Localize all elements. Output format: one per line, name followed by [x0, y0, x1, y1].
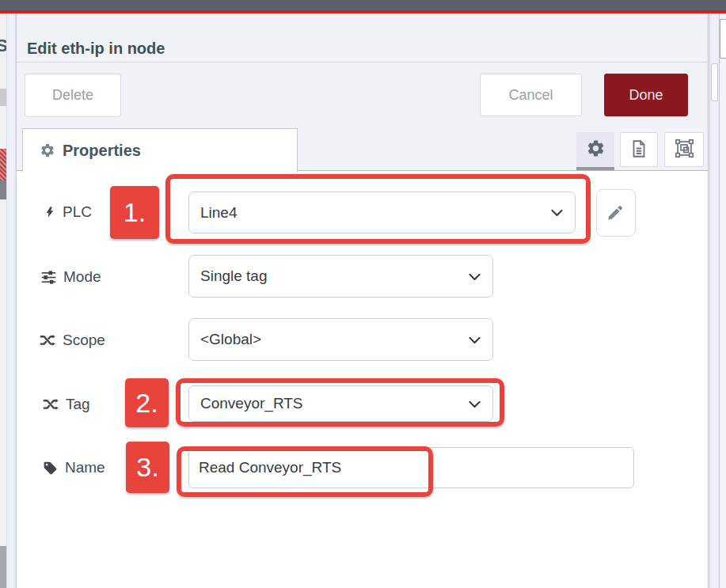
background-fragment — [0, 546, 6, 588]
gear-icon — [586, 138, 606, 161]
annotation-step-1: 1. — [110, 186, 159, 239]
scope-label: Scope — [39, 328, 105, 352]
background-fragment — [720, 19, 726, 59]
scope-select-value: <Global> — [200, 331, 261, 348]
object-group-icon — [674, 138, 695, 161]
edit-plc-config-button[interactable] — [596, 189, 636, 237]
background-page-left-edge: S — [0, 13, 6, 588]
properties-icon-button[interactable] — [576, 132, 614, 167]
background-partial-text: S — [0, 36, 6, 56]
tag-field-label: Tag — [42, 393, 90, 416]
document-icon — [629, 138, 649, 161]
annotation-step-3: 3. — [126, 442, 169, 493]
chevron-down-icon — [549, 204, 565, 221]
dialog-title: Edit eth-ip in node — [27, 40, 165, 58]
background-node-fragment — [0, 149, 6, 180]
scope-label-text: Scope — [63, 332, 105, 349]
active-tab-underline — [576, 167, 614, 170]
tag-label-text: Tag — [66, 396, 90, 413]
tab-properties-label: Properties — [63, 142, 141, 160]
name-label: Name — [42, 456, 105, 480]
shuffle-icon — [39, 332, 56, 349]
mode-label: Mode — [40, 265, 101, 289]
chevron-down-icon — [466, 396, 483, 412]
delete-button[interactable]: Delete — [25, 74, 121, 117]
name-label-text: Name — [65, 459, 105, 476]
header-divider — [17, 62, 708, 63]
annotation-step-2: 2. — [125, 378, 169, 427]
left-scrollbar-track[interactable] — [6, 13, 16, 588]
mode-select-value: Single tag — [200, 267, 268, 285]
chevron-down-icon — [466, 332, 483, 348]
right-scrollbar-thumb[interactable] — [711, 63, 718, 101]
top-gray-bar — [0, 0, 726, 10]
done-button[interactable]: Done — [604, 74, 688, 116]
appearance-icon-button[interactable] — [664, 132, 704, 167]
name-input[interactable] — [188, 447, 634, 488]
edit-node-dialog: Edit eth-ip in node Delete Cancel Done P… — [16, 13, 709, 588]
background-page-right-edge — [720, 13, 726, 588]
tag-select-value: Conveyor_RTS — [200, 395, 303, 412]
plc-select-value: Line4 — [200, 204, 238, 222]
shuffle-icon — [42, 396, 59, 413]
tag-icon — [42, 460, 59, 476]
plc-label-text: PLC — [63, 203, 92, 221]
chevron-down-icon — [466, 268, 483, 285]
sliders-icon — [40, 269, 57, 286]
tag-select[interactable]: Conveyor_RTS — [188, 385, 493, 422]
background-fragment — [0, 89, 6, 106]
tab-properties[interactable]: Properties — [22, 128, 298, 172]
description-icon-button[interactable] — [620, 132, 658, 167]
plc-label: PLC — [44, 200, 92, 224]
plc-select[interactable]: Line4 — [188, 192, 576, 233]
background-fragment — [0, 180, 6, 199]
pencil-icon — [606, 203, 625, 224]
cancel-button[interactable]: Cancel — [480, 74, 582, 116]
mode-label-text: Mode — [63, 268, 101, 286]
gear-icon — [40, 142, 55, 158]
bolt-icon — [44, 203, 56, 221]
mode-select[interactable]: Single tag — [188, 255, 493, 298]
scope-select[interactable]: <Global> — [188, 318, 493, 361]
